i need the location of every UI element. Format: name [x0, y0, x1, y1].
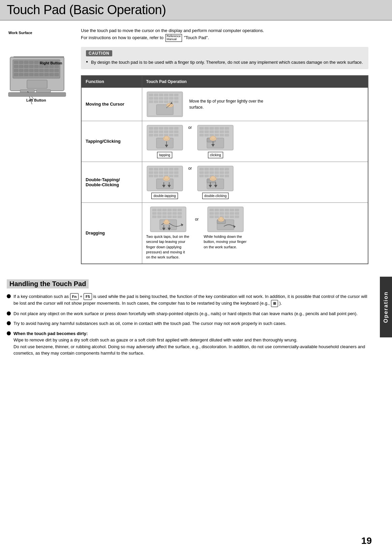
- table-header-operation: Touch Pad Operation: [142, 76, 368, 88]
- tapping-left: tapping: [146, 125, 183, 158]
- or-separator-3: or: [192, 206, 202, 222]
- dragging-desc-left: Two quick taps, but on the second tap le…: [146, 234, 190, 260]
- svg-rect-220: [219, 217, 223, 220]
- svg-rect-189: [178, 216, 182, 218]
- svg-rect-75: [174, 127, 178, 130]
- svg-rect-153: [210, 171, 214, 174]
- windows-key: ⊞: [271, 300, 278, 307]
- svg-rect-111: [225, 134, 229, 136]
- title-sub: (Basic Operation): [69, 3, 166, 17]
- svg-rect-44: [13, 56, 64, 58]
- function-cell-double: Double-Tapping/Double-Clicking: [81, 162, 142, 202]
- tp-moving-illustration: [146, 91, 183, 117]
- svg-rect-101: [205, 131, 209, 133]
- svg-rect-146: [205, 168, 209, 170]
- svg-rect-150: [225, 168, 229, 170]
- svg-rect-34: [39, 73, 43, 76]
- right-button-label: Right Button: [40, 61, 62, 65]
- handling-bullet-3-text: Try to avoid having any harmful substanc…: [13, 320, 286, 327]
- double-clicking-right: double-clicking: [197, 165, 234, 199]
- svg-rect-131: [149, 175, 153, 177]
- svg-rect-158: [205, 175, 209, 177]
- svg-rect-180: [162, 212, 167, 215]
- svg-rect-172: [152, 209, 156, 211]
- svg-rect-201: [220, 209, 224, 211]
- dragging-desc-right: While holding down the button, moving yo…: [204, 234, 247, 250]
- tp-clicking-illustration: [197, 125, 234, 151]
- page-number: 19: [361, 535, 372, 546]
- svg-rect-29: [14, 73, 18, 76]
- bullet-icon: [7, 331, 11, 335]
- svg-rect-84: [159, 134, 163, 136]
- double-tapping-label: double-tapping: [151, 193, 178, 199]
- svg-rect-23: [29, 69, 33, 72]
- svg-rect-33: [34, 73, 38, 76]
- moving-description: Move the tip of your finger lightly over…: [189, 98, 264, 110]
- svg-rect-13: [24, 65, 28, 68]
- svg-rect-86: [169, 134, 173, 136]
- svg-rect-100: [200, 131, 204, 133]
- svg-rect-130: [174, 171, 178, 174]
- svg-rect-22: [24, 69, 28, 72]
- tp-tapping-illustration: [146, 125, 183, 151]
- handling-title: Handling the Touch Pad: [7, 279, 89, 288]
- svg-rect-179: [157, 212, 161, 215]
- svg-rect-79: [164, 131, 168, 133]
- svg-rect-36: [50, 73, 54, 76]
- svg-rect-212: [215, 216, 219, 218]
- svg-rect-20: [14, 69, 18, 72]
- svg-rect-188: [173, 216, 177, 218]
- f5-key: F5: [84, 293, 92, 300]
- svg-rect-123: [169, 168, 173, 170]
- operation-cell-dragging: Two quick taps, but on the second tap le…: [142, 202, 368, 264]
- svg-rect-73: [164, 127, 168, 130]
- svg-rect-35: [44, 73, 49, 76]
- svg-rect-32: [29, 73, 33, 76]
- svg-rect-207: [220, 212, 224, 215]
- tp-dragging-illustration: [150, 206, 187, 232]
- svg-rect-121: [159, 168, 163, 170]
- bullet-icon: [7, 321, 11, 325]
- svg-rect-27: [50, 69, 54, 72]
- svg-rect-124: [174, 168, 178, 170]
- table-row: Moving the Cursor: [81, 87, 368, 121]
- caution-label: CAUTION: [86, 50, 112, 56]
- svg-rect-216: [235, 216, 239, 218]
- svg-rect-214: [225, 216, 229, 218]
- svg-rect-203: [230, 209, 234, 211]
- svg-rect-76: [149, 131, 153, 133]
- table-row: Tapping/Clicking: [81, 121, 368, 162]
- handling-bullet-1-text: If a key combination such as Fn + F5 is …: [13, 293, 368, 307]
- svg-rect-183: [178, 212, 182, 215]
- svg-rect-43: [8, 92, 66, 96]
- list-item: If a key combination such as Fn + F5 is …: [7, 293, 368, 307]
- svg-rect-83: [154, 134, 158, 136]
- svg-rect-5: [29, 61, 33, 64]
- handling-bullet-list: If a key combination such as Fn + F5 is …: [7, 293, 368, 357]
- svg-rect-63: [169, 101, 173, 103]
- svg-rect-105: [225, 131, 229, 133]
- svg-rect-56: [164, 97, 168, 100]
- svg-rect-133: [159, 175, 163, 177]
- svg-rect-145: [200, 168, 204, 170]
- tapping-label: tapping: [157, 152, 172, 158]
- caution-box: CAUTION By design the touch pad is to be…: [81, 47, 368, 69]
- svg-rect-107: [205, 134, 209, 136]
- svg-rect-135: [169, 175, 173, 177]
- svg-rect-208: [225, 212, 229, 215]
- svg-rect-14: [29, 65, 33, 68]
- double-pair: double-tapping or: [146, 165, 364, 199]
- svg-rect-200: [215, 209, 219, 211]
- svg-rect-77: [154, 131, 158, 133]
- tapping-right: clicking: [197, 125, 234, 158]
- svg-rect-6: [34, 61, 38, 64]
- svg-rect-104: [220, 131, 224, 133]
- caution-text: By design the touch pad is to be used wi…: [86, 59, 363, 66]
- svg-rect-48: [154, 94, 158, 96]
- svg-rect-55: [159, 97, 163, 100]
- clicking-label: clicking: [208, 152, 223, 158]
- svg-rect-157: [200, 175, 204, 177]
- svg-rect-49: [159, 94, 163, 96]
- table-header-function: Function: [81, 76, 142, 88]
- svg-rect-53: [149, 97, 153, 100]
